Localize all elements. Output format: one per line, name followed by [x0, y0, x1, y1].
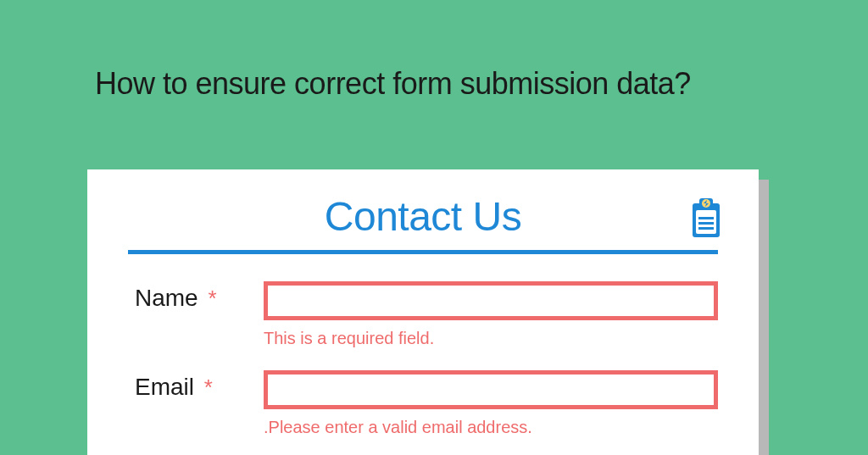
form-row-email: Email * .Please enter a valid email addr…	[128, 370, 718, 452]
form-heading: Contact Us	[325, 193, 521, 240]
name-label: Name *	[128, 281, 264, 312]
svg-rect-4	[698, 217, 714, 219]
card-header: Contact Us	[128, 193, 718, 253]
svg-rect-6	[698, 227, 714, 230]
svg-rect-5	[698, 222, 714, 225]
clipboard-lightning-icon	[687, 197, 725, 244]
name-input[interactable]	[264, 281, 718, 320]
contact-form-card: Contact Us Name * This is a required fie…	[87, 169, 759, 455]
name-label-text: Name	[135, 285, 198, 311]
name-error: This is a required field.	[264, 329, 718, 348]
email-label-text: Email	[135, 374, 194, 400]
email-field-col: .Please enter a valid email address.	[264, 370, 718, 452]
page-title: How to ensure correct form submission da…	[95, 66, 691, 102]
email-error: .Please enter a valid email address.	[264, 418, 718, 437]
form-row-name: Name * This is a required field.	[128, 281, 718, 363]
required-mark: *	[208, 286, 216, 311]
email-label: Email *	[128, 370, 264, 401]
name-field-col: This is a required field.	[264, 281, 718, 363]
svg-point-3	[702, 199, 710, 208]
email-input[interactable]	[264, 370, 718, 409]
required-mark: *	[204, 375, 213, 400]
